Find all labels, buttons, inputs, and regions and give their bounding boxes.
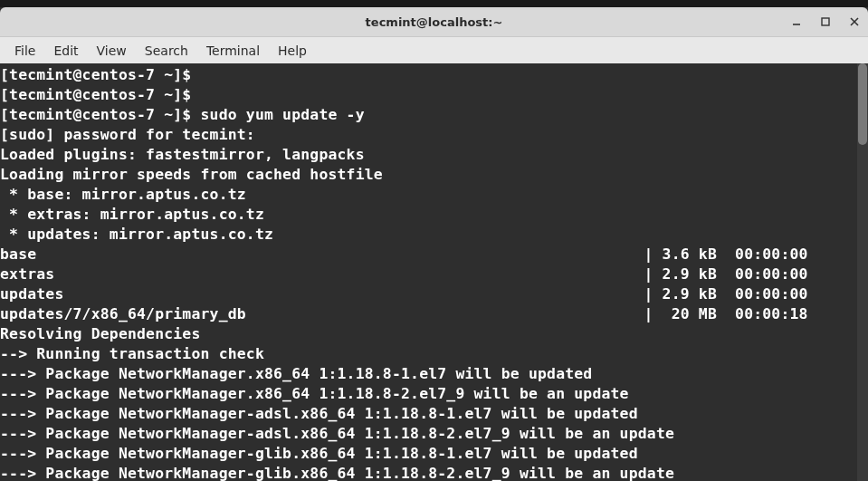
titlebar: tecmint@localhost:~ xyxy=(0,7,868,36)
repo-status-line: updates| 2.9 kB 00:00:00 xyxy=(0,284,857,304)
terminal-output[interactable]: [tecmint@centos-7 ~]$ [tecmint@centos-7 … xyxy=(0,63,857,481)
output-line: Loading mirror speeds from cached hostfi… xyxy=(0,165,857,185)
repo-status-line: base| 3.6 kB 00:00:00 xyxy=(0,245,857,265)
menu-search[interactable]: Search xyxy=(136,40,197,62)
output-line: Resolving Dependencies xyxy=(0,324,857,344)
close-button[interactable] xyxy=(846,14,863,30)
menu-help[interactable]: Help xyxy=(269,40,316,62)
svg-rect-1 xyxy=(822,18,829,25)
prompt: [tecmint@centos-7 ~]$ xyxy=(0,86,201,103)
menu-edit[interactable]: Edit xyxy=(44,40,87,62)
output-line: --> Running transaction check xyxy=(0,344,857,364)
output-line: * updates: mirror.aptus.co.tz xyxy=(0,225,857,245)
output-line: ---> Package NetworkManager-adsl.x86_64 … xyxy=(0,424,857,444)
scrollbar[interactable] xyxy=(857,63,868,481)
command: sudo yum update -y xyxy=(201,106,365,123)
output-line: ---> Package NetworkManager-adsl.x86_64 … xyxy=(0,404,857,424)
minimize-button[interactable] xyxy=(788,14,805,30)
scrollbar-thumb[interactable] xyxy=(858,63,867,145)
sudo-prompt: [sudo] password for tecmint: xyxy=(0,125,857,145)
prompt: [tecmint@centos-7 ~]$ xyxy=(0,106,201,123)
menu-file[interactable]: File xyxy=(5,40,44,62)
output-line: ---> Package NetworkManager-glib.x86_64 … xyxy=(0,464,857,481)
menu-terminal[interactable]: Terminal xyxy=(197,40,269,62)
output-line: ---> Package NetworkManager.x86_64 1:1.1… xyxy=(0,364,857,384)
maximize-button[interactable] xyxy=(817,14,834,30)
menubar: File Edit View Search Terminal Help xyxy=(0,36,868,63)
output-line: * extras: mirror.aptus.co.tz xyxy=(0,205,857,225)
output-line: ---> Package NetworkManager-glib.x86_64 … xyxy=(0,444,857,464)
terminal[interactable]: [tecmint@centos-7 ~]$ [tecmint@centos-7 … xyxy=(0,63,868,481)
window-title: tecmint@localhost:~ xyxy=(0,15,868,29)
repo-status-line: updates/7/x86_64/primary_db| 20 MB 00:00… xyxy=(0,304,857,324)
output-line: * base: mirror.aptus.co.tz xyxy=(0,185,857,205)
output-line: Loaded plugins: fastestmirror, langpacks xyxy=(0,145,857,165)
output-line: ---> Package NetworkManager.x86_64 1:1.1… xyxy=(0,384,857,404)
repo-status-line: extras| 2.9 kB 00:00:00 xyxy=(0,265,857,284)
prompt: [tecmint@centos-7 ~]$ xyxy=(0,66,201,83)
menu-view[interactable]: View xyxy=(88,40,136,62)
